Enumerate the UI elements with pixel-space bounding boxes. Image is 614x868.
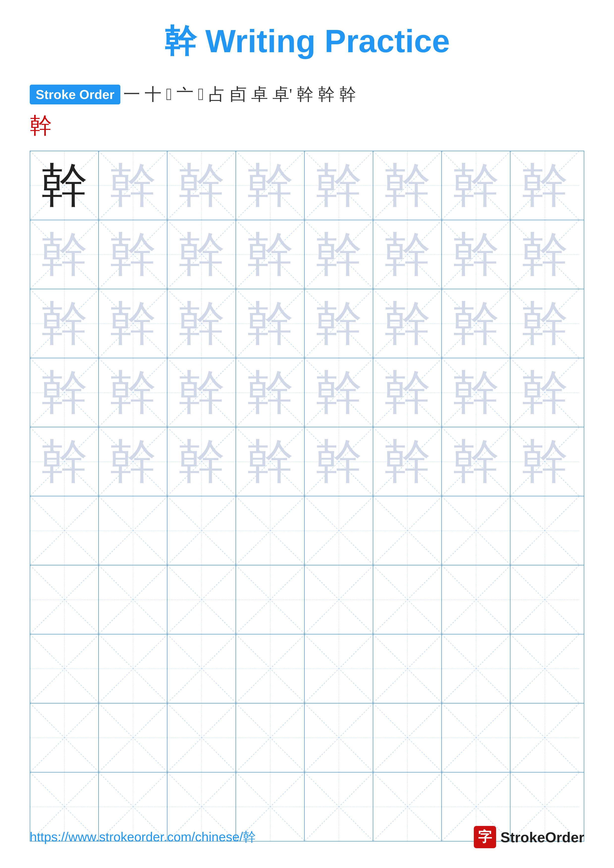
stroke-steps: 一 十 𠂇 亠 𠂆 占 卣 卓 卓' 幹 幹 幹 xyxy=(123,83,356,105)
practice-grid: 幹 幹 幹 幹 幹 幹 幹 xyxy=(30,151,584,842)
practice-char-light: 幹 xyxy=(109,369,157,416)
svg-line-100 xyxy=(168,566,236,634)
grid-cell-empty xyxy=(373,496,442,565)
svg-line-97 xyxy=(30,566,98,634)
svg-line-116 xyxy=(168,634,236,703)
practice-char-light: 幹 xyxy=(384,162,431,209)
svg-line-90 xyxy=(373,496,441,565)
practice-char-light: 幹 xyxy=(247,162,294,209)
grid-cell: 幹 xyxy=(373,358,442,427)
grid-cell-empty xyxy=(236,566,305,634)
svg-line-86 xyxy=(236,496,304,565)
stroke-order-final-char: 幹 xyxy=(30,113,52,138)
svg-line-103 xyxy=(236,566,304,634)
svg-line-80 xyxy=(30,496,98,565)
title-char: 幹 Writing Practice xyxy=(164,23,450,59)
practice-char-light: 幹 xyxy=(41,438,88,485)
practice-char-light: 幹 xyxy=(109,300,157,347)
svg-line-143 xyxy=(510,704,579,772)
practice-char-light: 幹 xyxy=(384,438,431,485)
svg-line-112 xyxy=(30,634,98,703)
grid-cell-empty xyxy=(236,634,305,703)
grid-cell-empty xyxy=(373,704,442,772)
practice-char-light: 幹 xyxy=(452,300,500,347)
grid-cell-empty xyxy=(99,704,168,772)
stroke-3: 𠂇 xyxy=(166,85,172,104)
grid-cell-empty xyxy=(510,496,579,565)
svg-line-89 xyxy=(305,496,373,565)
grid-cell-empty xyxy=(305,566,373,634)
practice-char-light: 幹 xyxy=(384,369,431,416)
svg-line-117 xyxy=(168,634,236,703)
grid-cell: 幹 xyxy=(442,220,510,289)
practice-char-light: 幹 xyxy=(452,369,500,416)
grid-cell-empty xyxy=(30,704,99,772)
practice-char-light: 幹 xyxy=(41,369,88,416)
svg-line-121 xyxy=(305,634,373,703)
grid-cell: 幹 xyxy=(168,427,236,496)
svg-line-137 xyxy=(305,704,373,772)
grid-cell: 幹 xyxy=(510,358,579,427)
stroke-1: 一 xyxy=(123,83,140,105)
grid-cell-empty xyxy=(305,704,373,772)
practice-char-light: 幹 xyxy=(521,300,569,347)
svg-line-96 xyxy=(30,566,98,634)
grid-cell-empty xyxy=(236,496,305,565)
svg-line-95 xyxy=(510,496,579,565)
page: 幹 Writing Practice Stroke Order 一 十 𠂇 亠 … xyxy=(0,0,614,868)
grid-cell-empty xyxy=(510,634,579,703)
svg-line-128 xyxy=(30,704,98,772)
svg-line-109 xyxy=(442,566,510,634)
svg-line-105 xyxy=(305,566,373,634)
practice-char-light: 幹 xyxy=(247,438,294,485)
practice-char-light: 幹 xyxy=(178,300,225,347)
svg-line-120 xyxy=(305,634,373,703)
svg-line-138 xyxy=(373,704,441,772)
svg-line-114 xyxy=(99,634,167,703)
svg-line-101 xyxy=(168,566,236,634)
practice-char-light: 幹 xyxy=(521,231,569,278)
stroke-11: 幹 xyxy=(318,83,335,105)
grid-cell: 幹 xyxy=(510,289,579,358)
footer-url[interactable]: https://www.strokeorder.com/chinese/幹 xyxy=(30,828,256,846)
grid-cell-empty xyxy=(99,634,168,703)
svg-line-129 xyxy=(30,704,98,772)
svg-line-134 xyxy=(236,704,304,772)
brand-icon: 字 xyxy=(474,826,496,848)
grid-cell: 幹 xyxy=(236,289,305,358)
stroke-9: 卓' xyxy=(272,83,292,105)
grid-cell-empty xyxy=(99,496,168,565)
grid-row-2: 幹 幹 幹 幹 幹 幹 幹 幹 xyxy=(30,220,584,289)
grid-cell-empty xyxy=(510,704,579,772)
svg-line-85 xyxy=(168,496,236,565)
grid-row-9 xyxy=(30,704,584,772)
grid-cell: 幹 xyxy=(442,358,510,427)
practice-char-light: 幹 xyxy=(384,231,431,278)
practice-char-light: 幹 xyxy=(178,369,225,416)
grid-cell: 幹 xyxy=(236,151,305,220)
grid-cell: 幹 xyxy=(99,289,168,358)
grid-cell-empty xyxy=(168,566,236,634)
grid-cell-empty xyxy=(168,704,236,772)
svg-line-104 xyxy=(305,566,373,634)
grid-cell: 幹 xyxy=(99,151,168,220)
grid-row-8 xyxy=(30,634,584,704)
svg-line-123 xyxy=(373,634,441,703)
stroke-7: 卣 xyxy=(230,83,247,105)
grid-cell: 幹 xyxy=(305,151,373,220)
grid-cell: 幹 xyxy=(168,220,236,289)
footer-brand: 字 StrokeOrder xyxy=(474,826,584,848)
grid-cell: 幹 xyxy=(30,151,99,220)
svg-line-125 xyxy=(442,634,510,703)
grid-cell-empty xyxy=(442,704,510,772)
svg-line-102 xyxy=(236,566,304,634)
practice-char-light: 幹 xyxy=(521,162,569,209)
practice-char-light: 幹 xyxy=(109,231,157,278)
practice-char-dark: 幹 xyxy=(41,162,88,209)
svg-line-139 xyxy=(373,704,441,772)
svg-line-136 xyxy=(305,704,373,772)
practice-char-light: 幹 xyxy=(247,231,294,278)
svg-line-99 xyxy=(99,566,167,634)
grid-cell: 幹 xyxy=(99,358,168,427)
grid-cell: 幹 xyxy=(236,220,305,289)
